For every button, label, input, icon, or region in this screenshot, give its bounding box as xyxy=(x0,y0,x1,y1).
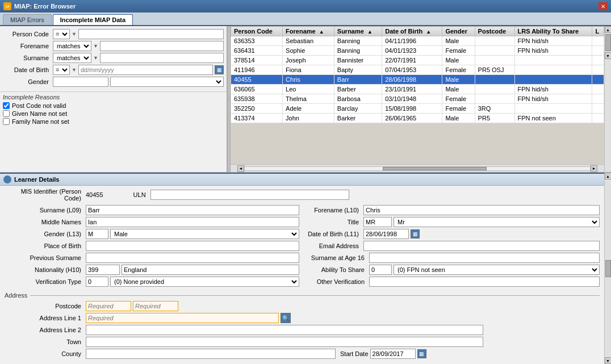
grid-header-row: Person Code Forename ▲ Surname ▲ Date of… xyxy=(231,27,604,36)
gender-code-input[interactable] xyxy=(86,229,108,239)
table-row[interactable]: 411946FionaBapty07/04/1953FemalePR5 OSJ xyxy=(231,65,604,75)
table-row[interactable]: 413374JohnBarker26/06/1965MalePR5FPN not… xyxy=(231,114,604,123)
dob-input[interactable] xyxy=(78,65,213,75)
table-row[interactable]: 636353SebastianBanning04/11/1996MaleFPN … xyxy=(231,36,604,46)
county-label: County xyxy=(5,350,84,357)
gender-label: Gender xyxy=(3,78,51,85)
forename-group: Forename (L10) xyxy=(305,205,600,215)
title-label: Title xyxy=(305,219,362,225)
gender-select[interactable] xyxy=(110,77,224,87)
table-row[interactable]: 636065LeoBarber23/10/1991MaleFPN hid/sh xyxy=(231,85,604,94)
col-extra[interactable]: L xyxy=(592,27,604,36)
address-section: Address Postcode Address Line 1 🔍 xyxy=(0,290,604,363)
email-input[interactable] xyxy=(363,241,600,251)
col-lrs[interactable]: LRS Ability To Share xyxy=(514,27,592,36)
postcode-input-1[interactable] xyxy=(86,301,131,311)
other-verification-input[interactable] xyxy=(369,277,600,287)
tab-incomplete-miap[interactable]: Incomplete MIAP Data xyxy=(53,14,133,25)
email-group: Email Address xyxy=(305,241,600,251)
app-icon: M xyxy=(3,2,11,10)
town-input[interactable] xyxy=(86,337,483,347)
start-date-input[interactable] xyxy=(370,349,416,359)
address-line2-row: Address Line 2 xyxy=(5,325,600,335)
middle-names-input[interactable] xyxy=(86,217,299,227)
data-grid[interactable]: Person Code Forename ▲ Surname ▲ Date of… xyxy=(231,26,604,164)
town-label: Town xyxy=(5,338,84,345)
verification-code-input[interactable] xyxy=(86,277,108,287)
bottom-scroll-down[interactable]: ▼ xyxy=(605,357,612,364)
person-icon xyxy=(3,175,11,183)
start-date-cal-icon[interactable]: ▦ xyxy=(417,349,426,358)
close-button[interactable]: ✕ xyxy=(599,2,608,10)
bottom-vertical-scrollbar[interactable]: ▲ ▼ xyxy=(604,173,611,364)
ability-share-select[interactable]: (0) FPN not seen xyxy=(394,265,600,275)
bottom-scroll-up[interactable]: ▲ xyxy=(605,173,612,179)
table-row[interactable]: 378514JosephBannister22/07/1991Male xyxy=(231,56,604,65)
postcode-row: Postcode xyxy=(5,301,600,311)
given-name-checkbox-row: Given Name not set xyxy=(3,110,224,117)
verification-select[interactable]: (0) None provided xyxy=(110,277,299,287)
table-row[interactable]: 635938ThelmaBarbosa03/10/1948FemaleFPN h… xyxy=(231,94,604,104)
address-search-icon[interactable]: 🔍 xyxy=(281,313,291,323)
scroll-right-btn[interactable]: ► xyxy=(591,165,597,172)
nationality-code-input[interactable] xyxy=(86,265,120,275)
gender-value-select[interactable]: Male xyxy=(110,229,299,239)
middlenames-title-row: Middle Names Title Mr xyxy=(5,217,600,227)
prev-surname-input[interactable] xyxy=(86,253,299,263)
dob-calendar-icon[interactable]: ▦ xyxy=(215,65,224,74)
post-code-label: Post Code not valid xyxy=(12,102,66,109)
person-code-input[interactable] xyxy=(78,29,224,39)
surname-op[interactable]: matches xyxy=(53,53,91,63)
address-line2-input[interactable] xyxy=(86,325,483,335)
scrollbar-thumb-v[interactable] xyxy=(605,34,611,51)
postcode-input-2[interactable] xyxy=(133,301,178,311)
col-gender[interactable]: Gender xyxy=(442,27,475,36)
dob-cal-icon[interactable]: ▦ xyxy=(411,229,420,239)
forename-input[interactable] xyxy=(100,41,224,51)
email-label: Email Address xyxy=(305,242,362,249)
surname-l09-label: Surname (L09) xyxy=(5,207,84,214)
scrollbar-thumb[interactable] xyxy=(383,167,486,170)
dob-op[interactable]: = xyxy=(53,65,70,75)
bottom-thumb[interactable] xyxy=(605,260,611,277)
place-birth-input[interactable] xyxy=(86,241,299,251)
surname-input[interactable] xyxy=(86,205,299,215)
surname-input[interactable] xyxy=(100,53,224,63)
scroll-up-btn[interactable]: ▲ xyxy=(605,26,612,33)
title-select[interactable]: Mr xyxy=(394,217,600,227)
person-code-label: Person Code xyxy=(3,31,51,37)
county-input[interactable] xyxy=(86,349,336,359)
family-name-checkbox[interactable] xyxy=(3,118,10,125)
forename-label: Forename xyxy=(3,43,51,49)
table-row[interactable]: 40455ChrisBarr28/06/1998Male xyxy=(231,75,604,85)
ability-share-code-input[interactable] xyxy=(369,265,392,275)
post-code-checkbox[interactable] xyxy=(3,102,10,109)
horizontal-scrollbar[interactable]: ◄ ► xyxy=(231,164,604,172)
person-code-op[interactable]: = xyxy=(53,29,70,39)
incomplete-reasons-section: Incomplete Reasons Post Code not valid G… xyxy=(0,92,227,128)
postcode-label: Postcode xyxy=(5,303,84,309)
col-dob[interactable]: Date of Birth ▲ xyxy=(382,27,442,36)
title-code-input[interactable] xyxy=(363,217,392,227)
col-postcode[interactable]: Postcode xyxy=(475,27,514,36)
tab-miap-errors[interactable]: MIAP Errors xyxy=(3,14,52,25)
dob-value-input[interactable] xyxy=(363,229,409,239)
address-line1-input[interactable] xyxy=(86,313,279,323)
surname-age16-input[interactable] xyxy=(369,253,600,263)
table-row[interactable]: 352250AdeleBarclay15/08/1998Female3RQ xyxy=(231,104,604,114)
forename-op[interactable]: matches xyxy=(53,41,91,51)
given-name-checkbox[interactable] xyxy=(3,110,10,117)
forename-input[interactable] xyxy=(363,205,600,215)
gender-input[interactable] xyxy=(53,77,108,87)
col-surname[interactable]: Surname ▲ xyxy=(334,27,382,36)
col-person-code[interactable]: Person Code xyxy=(231,27,283,36)
scroll-left-btn[interactable]: ◄ xyxy=(237,165,244,172)
grid-vertical-scrollbar[interactable]: ▲ ▼ xyxy=(604,26,611,172)
learner-details-panel: Learner Details MIS Identifier (Person C… xyxy=(0,173,604,364)
col-forename[interactable]: Forename ▲ xyxy=(283,27,334,36)
scroll-down-btn[interactable]: ▼ xyxy=(605,52,612,59)
uln-input[interactable] xyxy=(150,190,349,200)
nationality-value-input[interactable] xyxy=(122,265,299,275)
scrollbar-track[interactable] xyxy=(244,166,591,171)
table-row[interactable]: 636431SophieBanning04/01/1923FemaleFPN h… xyxy=(231,46,604,56)
